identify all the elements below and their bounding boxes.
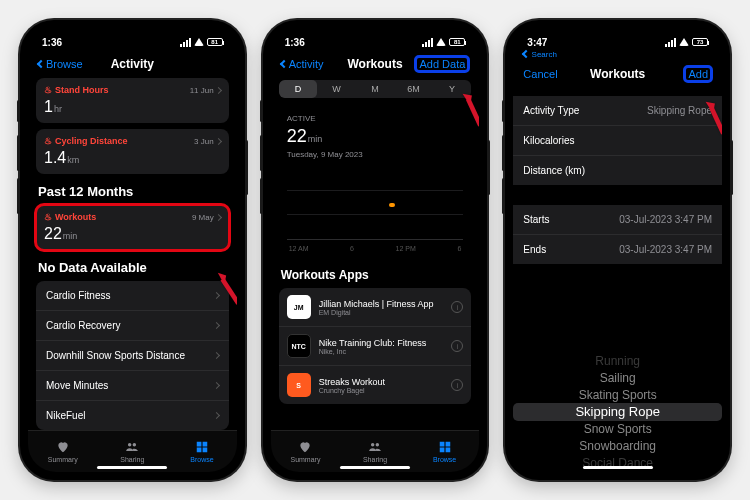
field-label: Starts <box>523 214 549 225</box>
back-button[interactable]: Browse <box>38 58 93 70</box>
info-icon[interactable]: i <box>451 340 463 352</box>
field-label: Kilocalories <box>523 135 574 146</box>
field-kilocalories[interactable]: Kilocalories <box>513 126 722 156</box>
app-row[interactable]: NTC Nike Training Club: FitnessNike, Inc… <box>279 327 472 366</box>
seg-year[interactable]: Y <box>433 80 472 98</box>
cancel-button[interactable]: Cancel <box>523 68 578 80</box>
tab-label: Browse <box>190 456 213 463</box>
screen-workouts: 1:36 81 Activity Workouts Add Data D W M… <box>271 28 480 472</box>
chart-data-point <box>389 203 395 207</box>
tab-summary[interactable]: Summary <box>271 431 341 472</box>
add-data-button[interactable]: Add Data <box>415 56 469 72</box>
app-name: Jillian Michaels | Fitness App <box>319 299 434 309</box>
picker-option[interactable]: Snow Sports <box>584 421 652 438</box>
tab-label: Summary <box>290 456 320 463</box>
app-row[interactable]: S Streaks WorkoutCrunchy Bagel i <box>279 366 472 404</box>
card-stand-hours[interactable]: ♨Stand Hours 11 Jun 1hr <box>36 78 229 123</box>
time-range-segment[interactable]: D W M 6M Y <box>279 80 472 98</box>
nav-bar: Cancel Workouts Add <box>513 62 722 88</box>
picker-option-selected[interactable]: Skipping Rope <box>513 403 722 420</box>
back-button[interactable]: Activity <box>281 58 336 70</box>
search-back-button[interactable]: Search <box>523 50 557 59</box>
tab-browse[interactable]: Browse <box>167 431 237 472</box>
seg-week[interactable]: W <box>317 80 356 98</box>
app-icon: S <box>287 373 311 397</box>
picker-option[interactable]: Snowboarding <box>579 438 656 455</box>
list-item[interactable]: Cardio Recovery <box>36 311 229 341</box>
list-item[interactable]: Move Minutes <box>36 371 229 401</box>
apps-list: JM Jillian Michaels | Fitness AppEM Digi… <box>279 288 472 404</box>
seg-day[interactable]: D <box>279 80 318 98</box>
tab-browse[interactable]: Browse <box>410 431 480 472</box>
axis-tick: 12 PM <box>396 245 416 252</box>
cancel-label: Cancel <box>523 68 557 80</box>
grid-icon <box>437 440 453 454</box>
back-label: Activity <box>289 58 324 70</box>
chevron-right-icon <box>213 292 220 299</box>
page-title: Workouts <box>347 57 402 71</box>
card-cycling-distance[interactable]: ♨Cycling Distance 3 Jun 1.4km <box>36 129 229 174</box>
app-name: Streaks Workout <box>319 377 385 387</box>
axis-tick: 12 AM <box>289 245 309 252</box>
list-item-label: Move Minutes <box>46 380 108 391</box>
chart-value: 22 <box>287 126 307 147</box>
field-value: 03-Jul-2023 3:47 PM <box>619 244 712 255</box>
phone-frame-3: 3:47 73 Search Cancel Workouts Add Activ… <box>505 20 730 480</box>
picker-option[interactable]: Running <box>595 352 640 369</box>
info-icon[interactable]: i <box>451 379 463 391</box>
card-date: 3 Jun <box>194 137 214 146</box>
phone-frame-1: 1:36 81 Browse Activity ♨Stand Hours 11 … <box>20 20 245 480</box>
tab-label: Sharing <box>363 456 387 463</box>
picker-option[interactable]: Sailing <box>600 369 636 386</box>
list-item[interactable]: NikeFuel <box>36 401 229 430</box>
flame-icon: ♨ <box>44 136 52 146</box>
axis-tick: 6 <box>350 245 354 252</box>
field-ends[interactable]: Ends03-Jul-2023 3:47 PM <box>513 235 722 264</box>
app-publisher: Crunchy Bagel <box>319 387 385 394</box>
field-activity-type[interactable]: Activity TypeSkipping Rope <box>513 96 722 126</box>
app-icon: NTC <box>287 334 311 358</box>
wifi-icon <box>436 38 446 46</box>
card-title: Cycling Distance <box>55 136 128 146</box>
field-distance[interactable]: Distance (km) <box>513 156 722 185</box>
list-item[interactable]: Downhill Snow Sports Distance <box>36 341 229 371</box>
nav-bar: Browse Activity <box>28 52 237 78</box>
app-row[interactable]: JM Jillian Michaels | Fitness AppEM Digi… <box>279 288 472 327</box>
chart-metric-label: ACTIVE <box>287 114 464 123</box>
form-group-1: Activity TypeSkipping Rope Kilocalories … <box>513 96 722 185</box>
wifi-icon <box>679 38 689 46</box>
list-item-label: Downhill Snow Sports Distance <box>46 350 185 361</box>
grid-icon <box>194 440 210 454</box>
field-label: Distance (km) <box>523 165 585 176</box>
app-name: Nike Training Club: Fitness <box>319 338 427 348</box>
list-item[interactable]: Cardio Fitness <box>36 281 229 311</box>
chevron-right-icon <box>215 213 222 220</box>
field-value: Skipping Rope <box>647 105 712 116</box>
section-workouts-apps: Workouts Apps <box>279 264 472 282</box>
chart-card[interactable]: ACTIVE 22min Tuesday, 9 May 2023 12 AM 6… <box>279 108 472 258</box>
activity-picker[interactable]: Running Sailing Skating Sports Skipping … <box>513 352 722 472</box>
add-data-label: Add Data <box>419 58 465 70</box>
home-indicator[interactable] <box>97 466 167 469</box>
home-indicator[interactable] <box>340 466 410 469</box>
search-back-label: Search <box>532 50 557 59</box>
screen-activity: 1:36 81 Browse Activity ♨Stand Hours 11 … <box>28 28 237 472</box>
page-title: Workouts <box>590 67 645 81</box>
seg-month[interactable]: M <box>356 80 395 98</box>
picker-option[interactable]: Skating Sports <box>579 386 657 403</box>
app-publisher: EM Digital <box>319 309 434 316</box>
field-starts[interactable]: Starts03-Jul-2023 3:47 PM <box>513 205 722 235</box>
picker-option[interactable]: Social Dance <box>582 455 653 472</box>
chart-x-axis: 12 AM 6 12 PM 6 <box>287 243 464 252</box>
info-icon[interactable]: i <box>451 301 463 313</box>
add-button[interactable]: Add <box>684 66 712 82</box>
card-workouts[interactable]: ♨Workouts 9 May 22min <box>36 205 229 250</box>
app-icon: JM <box>287 295 311 319</box>
list-item-label: NikeFuel <box>46 410 85 421</box>
tab-summary[interactable]: Summary <box>28 431 98 472</box>
chevron-right-icon <box>215 137 222 144</box>
home-indicator[interactable] <box>583 466 653 469</box>
seg-6month[interactable]: 6M <box>394 80 433 98</box>
signal-icon <box>665 38 676 47</box>
card-value: 22 <box>44 225 62 243</box>
